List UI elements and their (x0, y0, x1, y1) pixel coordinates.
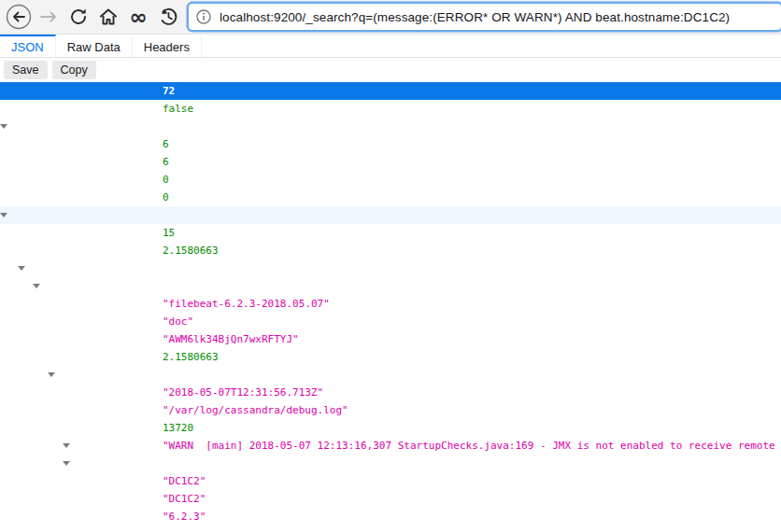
extension-button[interactable]: ∞ (123, 3, 153, 31)
json-value: 2.1580663 (163, 348, 219, 366)
json-value: "doc" (163, 313, 193, 330)
json-tree-row[interactable]: message: "WARN [main] 2018-05-07 12:13:1… (0, 437, 781, 455)
site-info-icon[interactable] (196, 9, 211, 24)
json-tree-row[interactable]: _type: "doc" (0, 313, 781, 330)
expander-icon[interactable] (48, 372, 55, 377)
expander-icon[interactable] (0, 124, 7, 129)
json-tree-row[interactable]: total: 6 (0, 135, 781, 153)
expander-icon[interactable] (0, 213, 7, 217)
json-tree-row[interactable]: timed_out: false (0, 100, 781, 118)
history-clock-icon (158, 7, 178, 27)
json-value: false (163, 100, 193, 118)
tab-raw-data[interactable]: Raw Data (56, 35, 133, 57)
json-tree-row[interactable]: _score: 2.1580663 (0, 348, 781, 366)
json-tree-row[interactable]: hits: (0, 206, 781, 224)
reload-button[interactable] (64, 3, 93, 31)
json-tree-row[interactable]: offset: 13720 (0, 419, 781, 437)
json-tree-row[interactable]: 1: (0, 525, 781, 532)
json-value: "DC1C2" (163, 472, 206, 490)
save-button[interactable]: Save (4, 61, 48, 79)
json-tree: took: 72 timed_out: false _shards: total… (0, 82, 781, 532)
back-arrow-icon (6, 4, 32, 30)
json-value: "DC1C2" (163, 490, 206, 508)
json-value: 0 (163, 189, 169, 206)
json-value: "2018-05-07T12:31:56.713Z" (163, 384, 323, 401)
json-tree-row[interactable]: successful: 6 (0, 153, 781, 171)
history-button[interactable] (153, 3, 183, 31)
json-value: "6.2.3" (163, 508, 206, 525)
json-value: 6 (163, 135, 169, 153)
forward-arrow-icon (38, 7, 59, 27)
json-value: "filebeat-6.2.3-2018.05.07" (163, 295, 330, 313)
json-tree-row[interactable]: took: 72 (0, 82, 781, 100)
json-value: 2.1580663 (163, 242, 219, 259)
home-button[interactable] (93, 3, 123, 31)
json-tree-row[interactable]: beat: (0, 455, 781, 472)
back-button[interactable] (4, 3, 34, 31)
json-tree-row[interactable]: failed: 0 (0, 189, 781, 206)
tab-json-label: JSON (11, 40, 44, 54)
tab-headers[interactable]: Headers (133, 35, 202, 57)
tab-headers-label: Headers (144, 40, 190, 54)
expander-icon[interactable] (63, 443, 70, 448)
json-tree-row[interactable]: max_score: 2.1580663 (0, 242, 781, 259)
json-action-bar: Save Copy (0, 58, 781, 82)
expander-icon[interactable] (33, 284, 40, 288)
tab-raw-data-label: Raw Data (67, 40, 121, 54)
json-value: 0 (163, 171, 169, 189)
url-text[interactable]: localhost:9200/_search?q=(message:(ERROR… (220, 10, 730, 24)
json-tree-row[interactable]: name: "DC1C2" (0, 472, 781, 490)
json-tree-row[interactable]: _shards: (0, 118, 781, 135)
json-tree-row[interactable]: _source: (0, 366, 781, 384)
json-tree-row[interactable]: hits: (0, 259, 781, 277)
json-tree-row[interactable]: skipped: 0 (0, 171, 781, 189)
json-value: "/var/log/cassandra/debug.log" (163, 401, 348, 419)
copy-button[interactable]: Copy (52, 61, 96, 79)
json-tree-row[interactable]: version: "6.2.3" (0, 508, 781, 525)
url-bar[interactable]: localhost:9200/_search?q=(message:(ERROR… (189, 4, 781, 30)
json-viewer-tabbar: JSON Raw Data Headers (0, 35, 781, 58)
expander-icon[interactable] (18, 266, 25, 271)
infinity-icon: ∞ (129, 7, 147, 26)
json-value: "WARN [main] 2018-05-07 12:13:16,307 Sta… (163, 437, 775, 455)
json-tree-row[interactable]: hostname: "DC1C2" (0, 490, 781, 508)
json-tree-row[interactable]: @timestamp: "2018-05-07T12:31:56.713Z" (0, 384, 781, 401)
tab-json[interactable]: JSON (0, 35, 56, 57)
browser-toolbar: ∞ localhost:9200/_search?q=(message:(ERR… (0, 0, 781, 35)
json-tree-row[interactable]: 0: (0, 277, 781, 295)
json-value: 6 (163, 153, 169, 171)
json-value: 15 (163, 224, 175, 242)
json-tree-row[interactable]: source: "/var/log/cassandra/debug.log" (0, 401, 781, 419)
home-icon (98, 7, 119, 27)
json-value: "AWM6lk34BjQn7wxRFTYJ" (163, 330, 299, 348)
json-value: 72 (163, 82, 175, 100)
reload-icon (68, 7, 89, 27)
json-tree-row[interactable]: _id: "AWM6lk34BjQn7wxRFTYJ" (0, 330, 781, 348)
browser-window: ∞ localhost:9200/_search?q=(message:(ERR… (0, 0, 781, 532)
json-tree-row[interactable]: _index: "filebeat-6.2.3-2018.05.07" (0, 295, 781, 313)
json-value: 13720 (163, 419, 193, 437)
expander-icon[interactable] (63, 461, 70, 466)
json-tree-row[interactable]: total: 15 (0, 224, 781, 242)
forward-button[interactable] (34, 3, 64, 31)
